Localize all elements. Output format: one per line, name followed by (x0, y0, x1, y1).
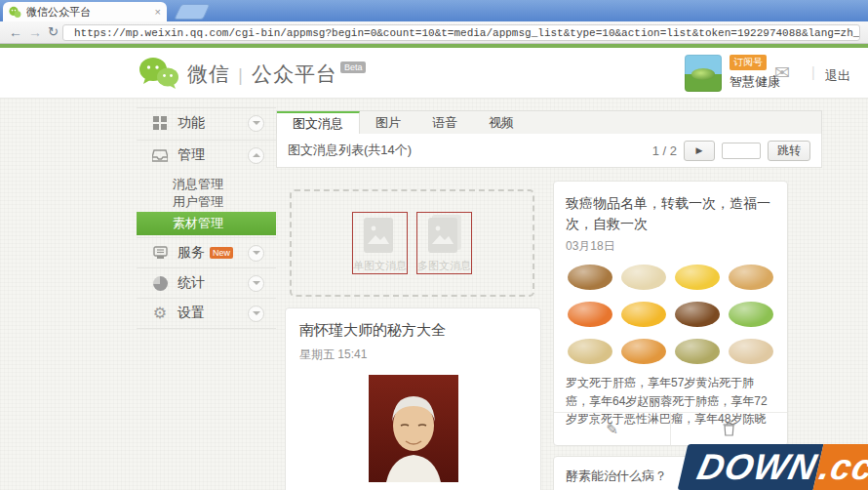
chevron-up-icon[interactable] (248, 147, 264, 164)
list-title: 图文消息列表(共14个) (288, 142, 412, 159)
browser-tab-title: 微信公众平台 (26, 5, 155, 20)
sidebar-item-features[interactable]: 功能 (137, 107, 276, 138)
food-blob (566, 335, 615, 367)
sidebar-item-label: 功能 (178, 114, 205, 132)
list-header: 图文消息列表(共14个) 1 / 2 ▶ 跳转 (276, 134, 822, 168)
url-text: https://mp.weixin.qq.com/cgi-bin/appmsg?… (74, 27, 860, 39)
trash-icon (723, 422, 735, 436)
food-blob (726, 335, 775, 367)
play-icon: ▶ (696, 145, 703, 155)
multi-richtext-button[interactable]: 多图文消息 (416, 212, 472, 274)
wechat-favicon-icon (9, 6, 21, 19)
chevron-down-icon[interactable] (248, 245, 264, 262)
food-blob (673, 261, 723, 293)
single-image-placeholder-icon (364, 218, 397, 256)
material-tabbar: 图文消息 图片 语音 视频 (276, 110, 822, 135)
article-card-carcinogen[interactable]: 致癌物品名单，转载一次，造福一次，自救一次 03月18日 罗文死于肝癌，享年57… (553, 181, 788, 446)
browser-window: 微信公众平台 × ← → ↻ https://mp.weixin.qq.com/… (0, 0, 868, 490)
sidebar-item-label: 管理 (178, 146, 205, 164)
brand-title: 微信|公众平台Beta (187, 61, 366, 88)
tab-voice[interactable]: 语音 (416, 111, 473, 134)
watermark-left: DOWN (678, 444, 824, 490)
article-title: 南怀瑾大师的秘方大全 (299, 321, 527, 340)
food-blob (619, 335, 669, 367)
single-richtext-button[interactable]: 单图文消息 (352, 212, 408, 274)
article-date: 03月18日 (566, 238, 775, 255)
brand-divider: | (238, 64, 244, 85)
tab-image[interactable]: 图片 (360, 111, 416, 134)
envelope-icon[interactable]: ✉ (774, 61, 790, 84)
sidebar-item-statistics[interactable]: 统计 (137, 267, 276, 298)
tab-close-icon[interactable]: × (155, 6, 161, 18)
jump-button[interactable]: 跳转 (768, 141, 810, 161)
food-blob (619, 298, 669, 330)
sidebar-item-message-manage[interactable]: 消息管理 (137, 176, 276, 193)
beta-badge: Beta (340, 61, 367, 73)
tab-richtext[interactable]: 图文消息 (277, 111, 360, 136)
multi-image-placeholder-icon (428, 218, 461, 256)
new-badge: New (210, 247, 233, 259)
account-type-badge: 订阅号 (730, 55, 767, 70)
inbox-icon (152, 147, 168, 163)
delete-button[interactable] (671, 413, 787, 445)
food-blob (673, 335, 723, 367)
sidebar-item-label: 服务 (178, 244, 205, 262)
sidebar-item-manage[interactable]: 管理 (137, 140, 276, 170)
food-blob (673, 298, 723, 330)
sidebar-item-label: 设置 (178, 305, 205, 322)
watermark-right: .cc (813, 444, 868, 490)
food-blob (619, 261, 669, 293)
brand-wechat: 微信 (187, 62, 230, 85)
article-portrait-image (369, 375, 458, 486)
sidebar-item-user-manage[interactable]: 用户管理 (137, 193, 276, 211)
sidebar-item-label: 统计 (178, 274, 205, 292)
tab-video[interactable]: 视频 (473, 111, 530, 134)
sidebar-item-material-manage[interactable]: 素材管理 (137, 212, 276, 235)
article-title: 致癌物品名单，转载一次，造福一次，自救一次 (566, 193, 775, 234)
wechat-logo-icon (138, 57, 179, 90)
multi-richtext-label: 多图文消息 (417, 259, 471, 273)
address-bar[interactable]: https://mp.weixin.qq.com/cgi-bin/appmsg?… (62, 24, 860, 41)
printer-icon (152, 245, 168, 261)
pencil-icon: ✎ (606, 421, 618, 438)
logout-link[interactable]: 退出 (825, 67, 850, 85)
new-tab-button[interactable] (174, 4, 210, 20)
downcc-watermark: DOWN .cc (678, 444, 868, 490)
page-indicator: 1 / 2 (652, 143, 677, 158)
single-richtext-label: 单图文消息 (353, 259, 407, 273)
brand-platform: 公众平台 (252, 62, 337, 85)
pie-chart-icon (152, 275, 168, 291)
food-blob (726, 261, 775, 293)
browser-tabstrip: 微信公众平台 × (0, 0, 868, 21)
browser-tab[interactable]: 微信公众平台 × (3, 2, 167, 21)
chevron-down-icon[interactable] (248, 275, 264, 292)
sidebar-item-settings[interactable]: ⚙ 设置 (137, 298, 276, 328)
chevron-down-icon[interactable] (248, 115, 264, 132)
article-food-grid-image (566, 261, 775, 367)
card-action-bar: ✎ (554, 412, 787, 445)
gear-icon: ⚙ (152, 306, 168, 321)
food-blob (726, 298, 775, 330)
pagination: 1 / 2 ▶ 跳转 (652, 141, 810, 161)
refresh-icon[interactable]: ↻ (48, 22, 59, 42)
back-icon[interactable]: ← (9, 22, 22, 42)
sidebar-item-service[interactable]: 服务 New (137, 237, 276, 267)
forward-icon[interactable]: → (28, 22, 42, 42)
article-card-nanhuaijin[interactable]: 南怀瑾大师的秘方大全 星期五 15:41 1 心肾气交的睡觉法我们常常讲，人老有… (285, 307, 541, 490)
new-message-composer: 单图文消息 多图文消息 (290, 189, 534, 297)
account-name: 智慧健康 (730, 73, 780, 91)
next-page-button[interactable]: ▶ (684, 141, 715, 161)
header-divider: | (811, 64, 815, 80)
chevron-down-icon[interactable] (248, 306, 264, 322)
grid-icon (152, 115, 168, 131)
page-jump-input[interactable] (722, 143, 761, 159)
sidebar-divider (137, 328, 276, 329)
food-blob (566, 261, 615, 293)
account-avatar[interactable] (685, 55, 722, 92)
food-blob (566, 298, 615, 330)
article-date: 星期五 15:41 (299, 347, 527, 363)
edit-button[interactable]: ✎ (554, 413, 671, 445)
